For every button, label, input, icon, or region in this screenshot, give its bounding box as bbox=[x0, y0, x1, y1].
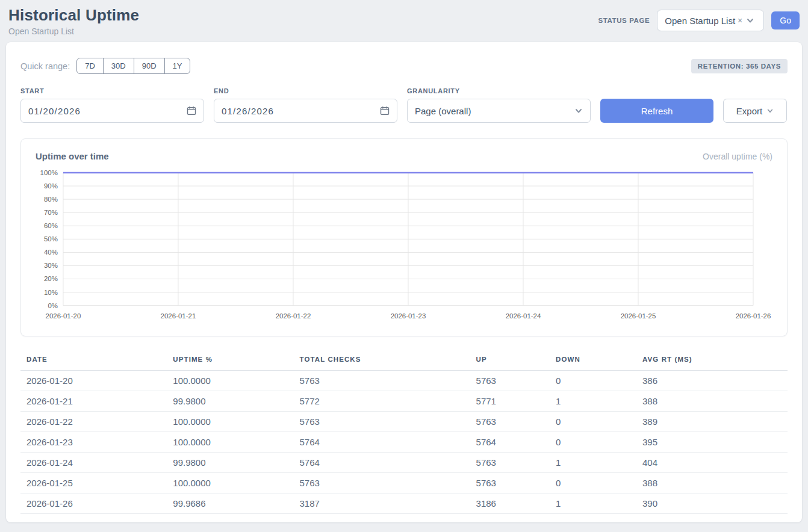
table-cell: 99.9800 bbox=[167, 452, 293, 472]
page-subtitle: Open Startup List bbox=[8, 26, 139, 36]
quick-range-1y[interactable]: 1Y bbox=[164, 58, 191, 74]
svg-text:30%: 30% bbox=[44, 262, 58, 269]
page-title: Historical Uptime bbox=[8, 6, 139, 25]
table-cell: 0 bbox=[550, 431, 636, 452]
chart-legend: Overall uptime (%) bbox=[703, 152, 772, 161]
table-body: 2026-01-20100.00005763576303862026-01-21… bbox=[20, 370, 788, 513]
end-date-input[interactable]: 01/26/2026 bbox=[214, 99, 397, 123]
chart-header: Uptime over time Overall uptime (%) bbox=[36, 151, 772, 161]
table-row: 2026-01-2699.9686318731861390 bbox=[20, 493, 788, 513]
quick-range-7d[interactable]: 7D bbox=[76, 58, 104, 74]
start-date-label: START bbox=[20, 87, 204, 94]
export-button-label: Export bbox=[736, 106, 762, 116]
table-cell: 5771 bbox=[470, 391, 550, 411]
calendar-icon[interactable] bbox=[187, 106, 196, 116]
svg-text:2026-01-22: 2026-01-22 bbox=[276, 312, 311, 320]
table-cell: 0 bbox=[550, 472, 636, 493]
retention-badge: RETENTION: 365 DAYS bbox=[691, 59, 788, 73]
svg-text:100%: 100% bbox=[40, 169, 58, 176]
table-cell: 0 bbox=[550, 370, 636, 391]
svg-text:0%: 0% bbox=[48, 302, 58, 309]
table-cell: 5763 bbox=[294, 370, 470, 391]
table-cell: 100.0000 bbox=[167, 431, 293, 452]
status-page-value: Open Startup List bbox=[665, 16, 735, 26]
table-cell: 100.0000 bbox=[167, 472, 293, 493]
export-button[interactable]: Export bbox=[723, 99, 787, 123]
table-cell: 0 bbox=[550, 411, 636, 431]
svg-text:2026-01-26: 2026-01-26 bbox=[736, 312, 771, 320]
svg-text:80%: 80% bbox=[44, 196, 58, 203]
table-cell: 2026-01-24 bbox=[20, 452, 167, 472]
start-date-field: START 01/20/2026 bbox=[20, 87, 204, 123]
table-cell: 99.9686 bbox=[167, 493, 293, 513]
end-date-value: 01/26/2026 bbox=[222, 106, 274, 116]
svg-text:20%: 20% bbox=[44, 275, 58, 282]
table-cell: 100.0000 bbox=[167, 411, 293, 431]
refresh-button[interactable]: Refresh bbox=[600, 99, 713, 123]
svg-text:2026-01-23: 2026-01-23 bbox=[391, 312, 426, 320]
table-cell: 3186 bbox=[470, 493, 550, 513]
granularity-field: GRANULARITY Page (overall) bbox=[407, 87, 591, 123]
table-cell: 5763 bbox=[294, 411, 470, 431]
table-cell: 5772 bbox=[294, 391, 470, 411]
filters-row: START 01/20/2026 END 01/26/2026 GRANULAR… bbox=[20, 87, 788, 123]
chevron-down-icon bbox=[746, 16, 754, 25]
start-date-input[interactable]: 01/20/2026 bbox=[20, 99, 204, 123]
quick-range-90d[interactable]: 90D bbox=[134, 58, 165, 74]
quick-range-row: Quick range: 7D30D90D1Y RETENTION: 365 D… bbox=[20, 58, 788, 74]
table-cell: 390 bbox=[636, 493, 788, 513]
granularity-select[interactable]: Page (overall) bbox=[407, 99, 591, 123]
table-row: 2026-01-22100.0000576357630389 bbox=[20, 411, 788, 431]
table-cell: 5763 bbox=[470, 370, 550, 391]
quick-range-30d[interactable]: 30D bbox=[103, 58, 134, 74]
table-row: 2026-01-2199.9800577257711388 bbox=[20, 391, 788, 411]
clear-selection-icon[interactable]: × bbox=[738, 16, 742, 25]
table-row: 2026-01-23100.0000576457640395 bbox=[20, 431, 788, 452]
table-cell: 5763 bbox=[470, 452, 550, 472]
table-cell: 395 bbox=[636, 431, 788, 452]
table-row: 2026-01-25100.0000576357630388 bbox=[20, 472, 788, 493]
table-cell: 389 bbox=[636, 411, 788, 431]
chevron-down-icon bbox=[574, 107, 583, 115]
table-cell: 2026-01-22 bbox=[20, 411, 167, 431]
column-header: AVG RT (MS) bbox=[636, 351, 788, 371]
svg-text:10%: 10% bbox=[44, 289, 58, 296]
chart-area: 100%90%80%70%60%50%40%30%20%10%0%2026-01… bbox=[36, 169, 772, 326]
table-cell: 3187 bbox=[294, 493, 470, 513]
column-header: UP bbox=[470, 351, 550, 371]
table-header-row: DATEUPTIME %TOTAL CHECKSUPDOWNAVG RT (MS… bbox=[20, 351, 788, 371]
table-cell: 2026-01-21 bbox=[20, 391, 167, 411]
svg-text:2026-01-20: 2026-01-20 bbox=[46, 312, 81, 320]
table-cell: 2026-01-23 bbox=[20, 431, 167, 452]
table-cell: 404 bbox=[636, 452, 788, 472]
start-date-value: 01/20/2026 bbox=[28, 106, 81, 116]
status-page-label: STATUS PAGE bbox=[598, 17, 650, 24]
svg-text:70%: 70% bbox=[44, 209, 58, 216]
uptime-chart-card: Uptime over time Overall uptime (%) 100%… bbox=[20, 138, 788, 336]
uptime-chart-svg: 100%90%80%70%60%50%40%30%20%10%0%2026-01… bbox=[36, 169, 772, 326]
column-header: TOTAL CHECKS bbox=[294, 351, 470, 371]
header-right: STATUS PAGE Open Startup List × Go bbox=[598, 6, 800, 31]
table-cell: 99.9800 bbox=[167, 391, 293, 411]
table-cell: 2026-01-25 bbox=[20, 472, 167, 493]
svg-text:90%: 90% bbox=[44, 182, 58, 190]
table-cell: 5764 bbox=[294, 452, 470, 472]
chart-title: Uptime over time bbox=[36, 151, 109, 161]
table-cell: 5763 bbox=[470, 472, 550, 493]
table-cell: 1 bbox=[550, 391, 636, 411]
table-cell: 5764 bbox=[294, 431, 470, 452]
table-cell: 1 bbox=[550, 452, 636, 472]
go-button[interactable]: Go bbox=[771, 11, 800, 29]
table-cell: 2026-01-26 bbox=[20, 493, 167, 513]
chevron-down-icon bbox=[766, 107, 774, 114]
calendar-icon[interactable] bbox=[380, 106, 390, 116]
table-header: DATEUPTIME %TOTAL CHECKSUPDOWNAVG RT (MS… bbox=[20, 351, 788, 371]
column-header: DATE bbox=[20, 351, 167, 371]
status-page-select[interactable]: Open Startup List × bbox=[657, 10, 764, 31]
table-cell: 5763 bbox=[294, 472, 470, 493]
column-header: DOWN bbox=[550, 351, 636, 371]
granularity-value: Page (overall) bbox=[415, 106, 471, 116]
table-row: 2026-01-2499.9800576457631404 bbox=[20, 452, 788, 472]
end-date-field: END 01/26/2026 bbox=[214, 87, 397, 123]
page-header: Historical Uptime Open Startup List STAT… bbox=[0, 0, 808, 40]
